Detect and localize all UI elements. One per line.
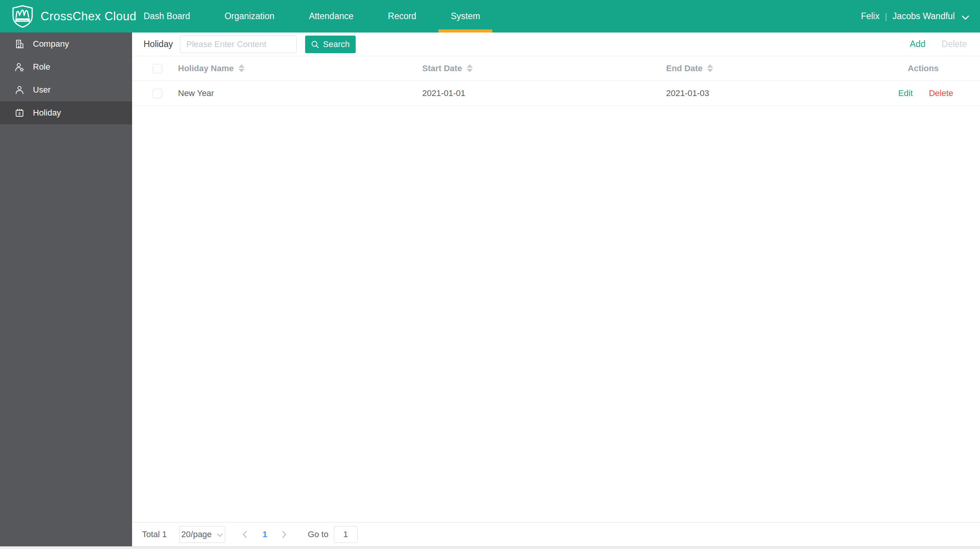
delete-button[interactable]: Delete <box>942 39 967 49</box>
search-button[interactable]: Search <box>305 36 356 53</box>
chevron-down-icon <box>962 15 969 20</box>
nav-attendance[interactable]: Attendance <box>309 0 353 33</box>
brand-name: CrossChex Cloud <box>41 10 136 23</box>
search-button-label: Search <box>323 39 350 49</box>
search-input[interactable] <box>180 36 297 53</box>
sort-icon[interactable] <box>238 64 245 72</box>
column-label: End Date <box>666 64 702 73</box>
select-all-checkbox[interactable] <box>153 64 162 73</box>
main-content: Holiday Search Add Delete Holiday Name <box>132 33 980 549</box>
prev-page-button[interactable] <box>242 530 247 539</box>
user-name: Jacobs Wandful <box>892 11 955 21</box>
nav-record[interactable]: Record <box>388 0 416 33</box>
user-menu[interactable]: Felix | Jacobs Wandful <box>861 11 969 21</box>
column-header-end-date[interactable]: End Date <box>666 64 713 73</box>
shield-logo-icon: CrossChex <box>11 5 34 28</box>
magnifier-icon <box>311 40 319 49</box>
cell-end-date: 2021-01-03 <box>666 88 709 98</box>
sidebar: Company Role User 8 Holiday <box>0 33 132 546</box>
sidebar-item-user[interactable]: User <box>0 78 132 101</box>
table-header: Holiday Name Start Date End Date Actions <box>132 56 980 81</box>
goto-page-input[interactable] <box>334 526 358 543</box>
row-checkbox[interactable] <box>153 89 162 98</box>
column-label: Holiday Name <box>178 64 234 73</box>
toolbar: Holiday Search Add Delete <box>132 33 980 56</box>
page-size-select[interactable]: 20/page <box>179 526 225 543</box>
person-icon <box>15 85 24 95</box>
sidebar-item-label: Role <box>33 62 50 72</box>
sidebar-item-company[interactable]: Company <box>0 33 132 55</box>
person-star-icon <box>15 62 24 72</box>
cell-holiday-name: New Year <box>178 88 422 98</box>
company-name: Felix <box>861 11 880 21</box>
column-header-holiday-name[interactable]: Holiday Name <box>178 64 245 73</box>
nav-system[interactable]: System <box>451 0 480 33</box>
building-icon <box>15 39 24 49</box>
svg-text:CrossChex: CrossChex <box>17 19 28 21</box>
svg-text:8: 8 <box>18 112 21 116</box>
chevron-down-icon <box>217 533 223 537</box>
sort-icon[interactable] <box>467 64 473 72</box>
app-header: CrossChex CrossChex Cloud Dash Board Org… <box>0 0 980 33</box>
page-title: Holiday <box>144 39 173 49</box>
goto-label: Go to <box>308 529 328 539</box>
brand: CrossChex CrossChex Cloud <box>11 5 126 28</box>
sidebar-item-label: Holiday <box>33 108 61 118</box>
delete-link[interactable]: Delete <box>929 88 953 98</box>
sidebar-item-role[interactable]: Role <box>0 55 132 78</box>
nav-dash-board[interactable]: Dash Board <box>144 0 190 33</box>
cell-start-date: 2021-01-01 <box>422 88 666 98</box>
main-nav: Dash Board Organization Attendance Recor… <box>144 0 480 33</box>
nav-organization[interactable]: Organization <box>224 0 274 33</box>
page-size-value: 20/page <box>181 529 212 539</box>
table-row: New Year 2021-01-01 2021-01-03 Edit Dele… <box>132 81 980 106</box>
column-label: Start Date <box>422 64 462 73</box>
column-header-start-date[interactable]: Start Date <box>422 64 473 73</box>
column-label: Actions <box>908 64 939 73</box>
pagination-bar: Total 1 20/page 1 Go to <box>132 522 980 546</box>
calendar-icon: 8 <box>15 108 24 118</box>
page-number-1[interactable]: 1 <box>263 529 267 539</box>
sidebar-item-label: Company <box>33 39 69 49</box>
horizontal-scrollbar[interactable] <box>0 546 980 549</box>
edit-link[interactable]: Edit <box>898 88 913 98</box>
sidebar-item-holiday[interactable]: 8 Holiday <box>0 101 132 124</box>
next-page-button[interactable] <box>282 530 287 539</box>
sort-icon[interactable] <box>707 64 713 72</box>
total-count: Total 1 <box>142 529 167 539</box>
column-header-actions: Actions <box>908 64 939 73</box>
user-separator: | <box>885 11 887 21</box>
add-button[interactable]: Add <box>910 39 926 49</box>
sidebar-item-label: User <box>33 85 51 95</box>
